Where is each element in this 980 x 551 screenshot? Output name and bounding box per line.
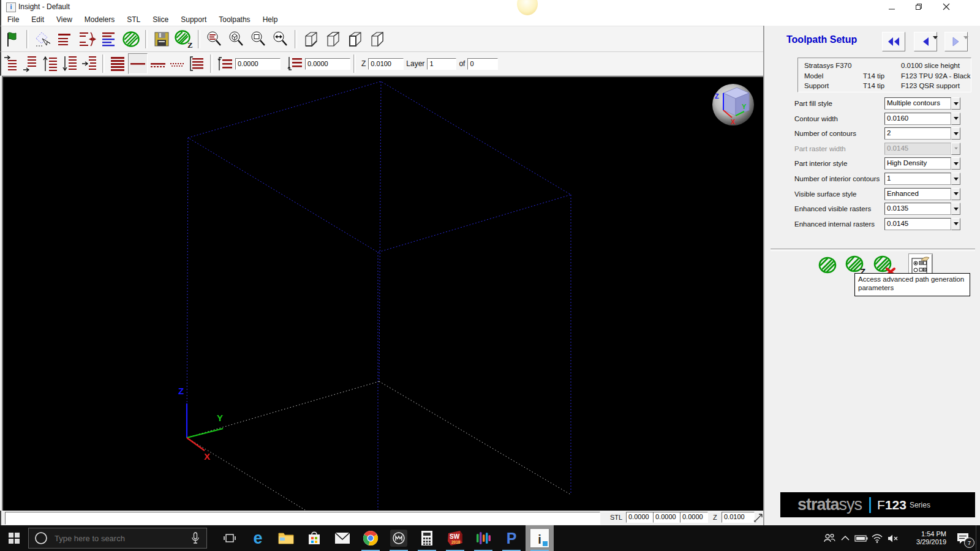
enhanced-internal-rasters-combo[interactable]: 0.0145	[884, 218, 960, 230]
minimize-icon	[888, 6, 895, 13]
taskbar-search[interactable]	[28, 528, 207, 549]
start-flag-icon[interactable]	[2, 29, 23, 49]
tray-chevron-icon[interactable]	[837, 526, 853, 550]
restore-button[interactable]	[908, 1, 929, 13]
people-icon[interactable]	[821, 526, 837, 550]
range-from-input[interactable]	[235, 58, 281, 70]
layer-down-icon[interactable]	[61, 54, 79, 73]
combo-arrow-button[interactable]	[951, 218, 960, 230]
orientation-ball[interactable]: Z Y X	[712, 84, 754, 126]
combo-arrow-button[interactable]	[951, 97, 960, 110]
merge-slices-icon[interactable]	[77, 29, 97, 49]
menu-stl[interactable]: STL	[121, 15, 146, 24]
show-layer-range-icon[interactable]	[188, 54, 206, 73]
view-bottom-icon[interactable]	[301, 29, 322, 49]
combo-value: High Density	[884, 157, 951, 170]
previous-dropdown-icon[interactable]	[933, 36, 938, 39]
combo-value: 0.0160	[884, 113, 951, 125]
show-dimmed-layers-icon[interactable]	[149, 54, 167, 73]
interior-contours-combo[interactable]: 1	[884, 173, 960, 185]
axis-x-label: X	[204, 451, 210, 462]
previous-step-button[interactable]	[914, 32, 937, 51]
taskbar-file-explorer[interactable]	[272, 525, 300, 551]
show-fine-dimmed-icon[interactable]	[168, 54, 187, 73]
chrome-icon	[363, 530, 379, 546]
status-strip: STL 0.0000 0.0000 0.0000 Z 0.0100	[0, 511, 764, 525]
layer-total-input[interactable]	[467, 58, 498, 70]
taskbar-mail[interactable]	[328, 525, 356, 551]
enhanced-visible-rasters-combo[interactable]: 0.0135	[884, 203, 960, 215]
taskbar-chrome[interactable]	[356, 525, 385, 551]
view-top-icon[interactable]	[323, 29, 344, 49]
select-region-icon[interactable]	[32, 29, 53, 49]
file-explorer-icon	[278, 531, 294, 545]
show-all-layers-icon[interactable]	[108, 54, 127, 73]
layer-number-input[interactable]	[427, 58, 456, 70]
microphone-icon[interactable]	[190, 532, 200, 544]
taskbar-solidworks[interactable]: SW2018	[441, 525, 469, 551]
show-desktop-button[interactable]	[976, 525, 980, 551]
taskbar-calculator[interactable]	[413, 525, 441, 551]
contour-width-combo[interactable]: 0.0160	[884, 113, 960, 125]
menu-slice[interactable]: Slice	[146, 15, 175, 24]
close-button[interactable]	[936, 1, 957, 13]
task-view-button[interactable]	[216, 525, 244, 551]
next-dropdown-icon[interactable]	[963, 36, 968, 39]
view-isometric-icon[interactable]	[367, 29, 388, 49]
menu-edit[interactable]: Edit	[25, 15, 50, 24]
align-top-layer-icon[interactable]	[55, 29, 75, 49]
zoom-model-icon[interactable]	[226, 29, 247, 49]
layer-up-icon[interactable]	[41, 54, 59, 73]
windows-logo-icon	[9, 533, 20, 544]
first-step-button[interactable]	[882, 32, 905, 51]
combo-arrow-button[interactable]	[951, 203, 960, 215]
start-button[interactable]	[0, 525, 28, 551]
viewport-3d[interactable]: Z Y X Z Y X	[2, 76, 763, 511]
combo-arrow-button[interactable]	[951, 157, 960, 170]
zoom-layer-icon[interactable]	[204, 29, 225, 49]
menu-file[interactable]: File	[1, 15, 25, 24]
part-interior-style-combo[interactable]: High Density	[884, 157, 960, 170]
z-height-input[interactable]	[368, 58, 404, 70]
show-current-layer-icon[interactable]	[128, 53, 148, 74]
command-prompt-field[interactable]	[5, 512, 600, 525]
range-to-input[interactable]	[305, 58, 350, 70]
zoom-extents-icon[interactable]	[270, 29, 291, 49]
menu-view[interactable]: View	[50, 15, 78, 24]
view-front-icon[interactable]	[345, 29, 366, 49]
taskbar-makerbot[interactable]	[385, 525, 413, 551]
combo-arrow-button[interactable]	[951, 173, 960, 185]
action-center-button[interactable]: 7	[950, 526, 976, 550]
taskbar-edge[interactable]: e	[244, 525, 272, 551]
taskbar-store[interactable]	[300, 525, 328, 551]
visible-surface-style-combo[interactable]: Enhanced	[884, 188, 960, 200]
go-first-layer-icon[interactable]	[2, 54, 20, 73]
generate-all-toolpaths-icon[interactable]	[818, 256, 837, 274]
taskbar-insight-active[interactable]: i	[526, 525, 554, 551]
toolpaths-for-layer-icon[interactable]: Z	[173, 29, 194, 49]
go-last-layer-icon[interactable]	[21, 54, 40, 73]
next-step-button[interactable]	[944, 32, 968, 51]
go-to-layer-icon[interactable]	[80, 54, 99, 73]
number-of-contours-combo[interactable]: 2	[884, 127, 960, 140]
battery-icon[interactable]	[853, 526, 869, 550]
minimize-button[interactable]	[881, 1, 902, 13]
combo-arrow-button[interactable]	[951, 113, 960, 125]
clock[interactable]: 1:54 PM 3/29/2019	[903, 530, 946, 546]
menu-support[interactable]: Support	[175, 15, 213, 24]
taskbar-grabcad[interactable]	[469, 525, 497, 551]
wifi-icon[interactable]	[869, 526, 885, 550]
menu-modelers[interactable]: Modelers	[78, 15, 121, 24]
part-fill-style-combo[interactable]: Multiple contours	[884, 97, 960, 110]
generate-toolpaths-icon[interactable]	[121, 29, 141, 49]
taskbar-p-app[interactable]: P	[497, 525, 526, 551]
layer-colors-icon[interactable]	[99, 29, 119, 49]
volume-muted-icon[interactable]	[885, 526, 901, 550]
combo-arrow-button[interactable]	[951, 188, 960, 200]
zoom-window-icon[interactable]	[248, 29, 269, 49]
search-input[interactable]	[53, 533, 184, 544]
menu-toolpaths[interactable]: Toolpaths	[213, 15, 256, 24]
combo-arrow-button[interactable]	[951, 127, 960, 140]
menu-help[interactable]: Help	[257, 15, 284, 24]
save-icon[interactable]	[151, 29, 172, 49]
